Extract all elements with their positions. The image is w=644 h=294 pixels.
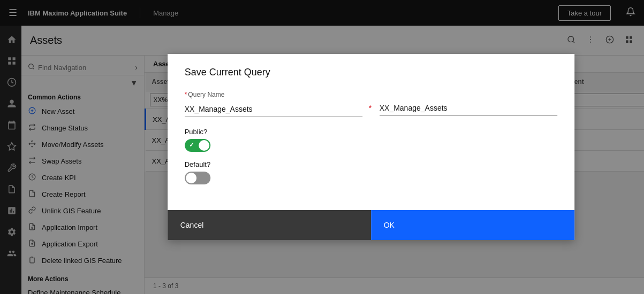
query-name-field: *Query Name <box>185 91 362 117</box>
public-toggle-section: Public? ✓ <box>185 128 557 152</box>
query-name-input[interactable] <box>185 102 362 117</box>
dialog-title: Save Current Query <box>185 67 557 78</box>
save-query-dialog: Save Current Query *Query Name * Public?… <box>168 54 574 240</box>
query-name-input-2[interactable] <box>380 100 557 116</box>
public-toggle-wrap: ✓ <box>185 139 557 152</box>
query-name-required: * <box>185 91 187 98</box>
public-toggle-check: ✓ <box>189 141 194 149</box>
default-label: Default? <box>185 160 557 168</box>
cancel-button[interactable]: Cancel <box>168 210 371 240</box>
second-field-asterisk: * <box>369 104 372 112</box>
default-toggle-section: Default? <box>185 160 557 184</box>
default-toggle-wrap <box>185 172 557 184</box>
dialog-body: Save Current Query *Query Name * Public?… <box>168 54 574 210</box>
ok-button[interactable]: OK <box>371 210 574 240</box>
query-name-label: *Query Name <box>185 91 362 98</box>
public-label: Public? <box>185 128 557 136</box>
query-name-field-2: * <box>380 91 557 117</box>
default-toggle-knob <box>186 173 196 183</box>
public-toggle-knob <box>199 140 209 151</box>
dialog-fields-row: *Query Name * <box>185 91 557 117</box>
dialog-footer: Cancel OK <box>168 210 574 240</box>
default-toggle[interactable] <box>185 172 210 184</box>
public-toggle[interactable]: ✓ <box>185 139 210 152</box>
